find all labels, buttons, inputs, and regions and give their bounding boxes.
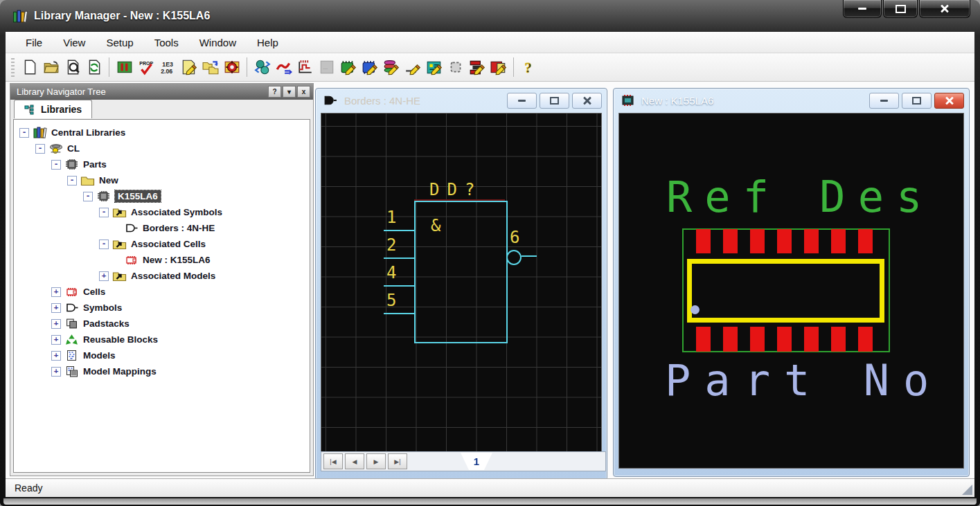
footprint-canvas[interactable]: Ref Des bbox=[618, 113, 964, 469]
tree-item-associated-models[interactable]: +Associated Models bbox=[14, 268, 310, 284]
selected-tree-item: K155LA6 bbox=[115, 190, 161, 202]
import-export-button[interactable] bbox=[273, 56, 294, 78]
menu-help[interactable]: Help bbox=[247, 34, 289, 51]
tree-item-reusable-blocks[interactable]: +Reusable Blocks bbox=[14, 332, 310, 347]
tab-libraries[interactable]: Libraries bbox=[14, 100, 92, 118]
cell-window-titlebar[interactable]: New : K155LA6 bbox=[614, 89, 969, 112]
next-sheet-button[interactable]: ▶ bbox=[366, 453, 386, 469]
library-tree: -Central Libraries -CL -Parts -New -K155… bbox=[13, 119, 310, 473]
child-maximize-button[interactable] bbox=[540, 93, 569, 109]
pad bbox=[777, 327, 792, 352]
menu-view[interactable]: View bbox=[53, 34, 96, 51]
edit-pin-button[interactable] bbox=[402, 56, 423, 78]
cell-editor-window: New : K155LA6 Ref Des bbox=[613, 88, 970, 477]
tree-item-borders-4n-he[interactable]: Borders : 4N-HE bbox=[14, 220, 310, 236]
panel-help-button[interactable]: ? bbox=[268, 86, 281, 98]
expand-icon[interactable]: + bbox=[51, 303, 61, 313]
menu-file[interactable]: File bbox=[15, 34, 53, 51]
panel-close-button[interactable]: x bbox=[297, 86, 310, 98]
navigator-header[interactable]: Library Navigator Tree ? ▾ x bbox=[10, 84, 313, 100]
tree-item-symbols[interactable]: +Symbols bbox=[14, 300, 310, 316]
copy-between-libraries-button[interactable] bbox=[199, 56, 221, 78]
new-document-button[interactable] bbox=[19, 56, 40, 78]
tree-item-cl[interactable]: -CL bbox=[14, 141, 310, 156]
symbol-canvas[interactable]: DD? & 1 2 4 5 bbox=[321, 113, 602, 453]
open-button[interactable] bbox=[40, 56, 62, 78]
last-sheet-button[interactable]: ▶| bbox=[388, 453, 407, 469]
sheet-tab-1[interactable]: 1 bbox=[461, 453, 492, 470]
expand-icon[interactable]: + bbox=[51, 319, 61, 329]
collapse-icon[interactable]: - bbox=[99, 240, 109, 249]
tree-item-associated-symbols[interactable]: -Associated Symbols bbox=[14, 204, 310, 220]
maximize-icon bbox=[550, 97, 559, 105]
expand-icon[interactable]: + bbox=[99, 271, 109, 281]
maximize-button[interactable] bbox=[883, 0, 918, 18]
tree-item-model-mappings[interactable]: +Model Mappings bbox=[14, 363, 310, 379]
edit-pad-button[interactable] bbox=[445, 56, 466, 78]
expand-icon[interactable]: + bbox=[51, 335, 61, 345]
edit-document-button[interactable] bbox=[178, 56, 199, 78]
edit-decal-button[interactable] bbox=[423, 56, 445, 78]
tree-item-parts[interactable]: -Parts bbox=[14, 156, 310, 172]
reload-library-button[interactable] bbox=[83, 56, 105, 78]
collapse-icon[interactable]: - bbox=[51, 160, 61, 170]
associated-folder-icon bbox=[112, 270, 127, 282]
menu-window[interactable]: Window bbox=[189, 34, 247, 51]
library-services-button[interactable] bbox=[221, 56, 242, 78]
edit-part-button[interactable] bbox=[359, 56, 380, 78]
cell-editor-button[interactable] bbox=[488, 56, 509, 78]
expand-icon[interactable]: + bbox=[51, 287, 61, 297]
child-minimize-button[interactable] bbox=[869, 93, 899, 109]
symbol-icon bbox=[64, 302, 79, 314]
collapse-icon[interactable]: - bbox=[99, 208, 109, 217]
edit-cell-green-button[interactable] bbox=[337, 56, 359, 78]
print-preview-button[interactable] bbox=[62, 56, 83, 78]
first-sheet-button[interactable]: |◀ bbox=[323, 453, 343, 469]
distribute-libraries-button[interactable] bbox=[251, 56, 273, 78]
child-maximize-button[interactable] bbox=[902, 93, 932, 109]
board-view-button[interactable] bbox=[114, 56, 135, 78]
child-close-button[interactable] bbox=[572, 93, 602, 109]
library-navigator-panel: Library Navigator Tree ? ▾ x Libraries -… bbox=[10, 83, 314, 476]
edit-padstack-button[interactable] bbox=[380, 56, 402, 78]
child-minimize-button[interactable] bbox=[507, 93, 537, 109]
tree-item-models[interactable]: +Models bbox=[14, 347, 310, 363]
expand-icon[interactable]: + bbox=[51, 367, 61, 377]
close-button[interactable]: .mb-close .xglyph::before,.mb-close .xgl… bbox=[919, 0, 970, 18]
child-close-button[interactable] bbox=[934, 93, 964, 109]
panel-menu-button[interactable]: ▾ bbox=[283, 86, 296, 98]
tree-item-padstacks[interactable]: +Padstacks bbox=[14, 316, 310, 332]
tree-item-new[interactable]: -New bbox=[14, 172, 310, 188]
help-button[interactable]: ? bbox=[518, 56, 540, 78]
collapse-icon[interactable]: - bbox=[35, 144, 45, 154]
symbol-icon bbox=[124, 222, 139, 234]
units-tolerance-button[interactable]: 1E32.06 bbox=[157, 56, 178, 78]
tree-item-central-libraries[interactable]: -Central Libraries bbox=[14, 125, 310, 141]
tree-item-k155la6[interactable]: -K155LA6 bbox=[14, 188, 310, 204]
navigator-tabs: Libraries bbox=[10, 100, 313, 118]
toolbar: PROP 1E32.06 --- ? bbox=[6, 53, 974, 82]
collapse-icon[interactable]: - bbox=[83, 192, 93, 201]
collapse-icon[interactable]: - bbox=[67, 176, 77, 186]
disabled-tool-button[interactable]: --- bbox=[316, 56, 337, 78]
previous-sheet-button[interactable]: ◀ bbox=[345, 453, 364, 469]
properties-check-button[interactable]: PROP bbox=[135, 56, 157, 78]
title-bar[interactable]: Library Manager - New : K155LA6 bbox=[0, 0, 980, 32]
menu-tools[interactable]: Tools bbox=[144, 34, 189, 51]
symbol-window-titlebar[interactable]: Borders : 4N-HE bbox=[316, 89, 607, 112]
expand-icon[interactable]: + bbox=[51, 351, 61, 361]
tree-item-associated-cells[interactable]: -Associated Cells bbox=[14, 236, 310, 252]
resize-grip[interactable] bbox=[962, 485, 972, 495]
minimize-button[interactable] bbox=[843, 0, 882, 18]
tree-item-new-k155la6[interactable]: New : K155LA6 bbox=[14, 252, 310, 268]
central-libraries-icon bbox=[33, 127, 47, 138]
collapse-icon[interactable]: - bbox=[19, 128, 29, 138]
menu-setup[interactable]: Setup bbox=[96, 34, 143, 51]
tree-item-cells[interactable]: +Cells bbox=[14, 284, 310, 300]
svg-text:1E3: 1E3 bbox=[162, 61, 173, 68]
simulation-waveform-button[interactable] bbox=[294, 56, 316, 78]
edit-layers-button[interactable] bbox=[466, 56, 488, 78]
pad bbox=[723, 229, 738, 253]
maximize-icon bbox=[912, 97, 921, 105]
toolbar-grip[interactable] bbox=[11, 57, 15, 77]
